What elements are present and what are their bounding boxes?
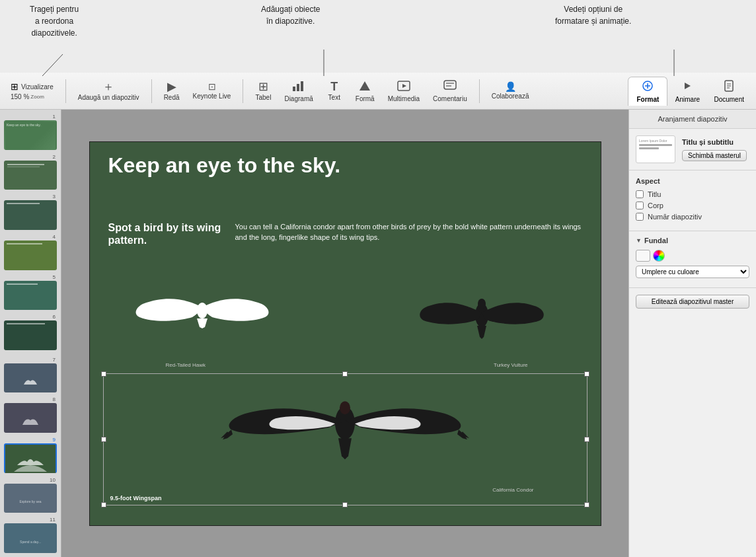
- play-icon: ▶: [167, 81, 176, 93]
- slide-thumb-5[interactable]: 5: [4, 274, 57, 311]
- text-button[interactable]: T Text: [321, 78, 348, 104]
- label-corp: Corp: [648, 202, 663, 209]
- collaborate-button[interactable]: 👤 Colaborează: [486, 79, 535, 102]
- slide-title[interactable]: Keep an eye to the sky.: [108, 154, 582, 177]
- slide-panel[interactable]: 1 Keep an eye to the sky. 2 3 4: [0, 110, 61, 557]
- media-button[interactable]: Multimedia: [383, 77, 425, 105]
- right-panel: Aranjament diapozitiv Lorem Ipsum Dolor …: [628, 110, 756, 557]
- canvas-area: Keep an eye to the sky. Spot a bird by i…: [61, 110, 628, 557]
- handle-bl[interactable]: [101, 502, 106, 507]
- add-slide-label: Adaugă un diapozitiv: [78, 94, 139, 101]
- svg-rect-9: [444, 81, 456, 89]
- chart-label: Diagramă: [284, 95, 313, 102]
- thumb-line-1: [639, 144, 672, 146]
- slide-thumb-8[interactable]: 8: [4, 396, 57, 433]
- handle-tl[interactable]: [101, 371, 106, 377]
- caption-california-condor: California Condor: [492, 487, 533, 493]
- text-label: Text: [328, 94, 340, 101]
- svg-point-21: [335, 406, 355, 439]
- caption-turkey-vulture: Turkey Vulture: [494, 362, 527, 368]
- color-wheel-button[interactable]: [653, 250, 665, 262]
- text-icon: T: [330, 81, 338, 93]
- shape-label: Formă: [356, 95, 375, 102]
- add-slide-button[interactable]: ＋ Adaugă un diapozitiv: [73, 78, 145, 104]
- svg-marker-6: [359, 81, 370, 91]
- tab-format[interactable]: Format: [628, 77, 667, 106]
- checkbox-corp[interactable]: [636, 202, 644, 209]
- media-label: Multimedia: [388, 95, 420, 102]
- slide-thumb-6[interactable]: 6: [4, 314, 57, 350]
- zoom-value[interactable]: 150 %: [11, 93, 29, 100]
- comment-label: Comentariu: [433, 95, 467, 102]
- handle-tr[interactable]: [584, 371, 589, 377]
- svg-point-20: [478, 299, 486, 309]
- media-icon: [397, 80, 410, 94]
- master-info: Titlu și subtitlu Schimbă masterul: [682, 138, 749, 161]
- handle-br[interactable]: [584, 502, 589, 507]
- checkbox-numar[interactable]: [636, 213, 644, 221]
- shape-icon: [358, 80, 371, 94]
- document-icon: [723, 80, 735, 94]
- checkbox-row-titlu: Titlu: [636, 190, 749, 198]
- slide-thumb-7[interactable]: 7: [4, 357, 57, 393]
- sep-1: [65, 79, 66, 103]
- checkbox-titlu[interactable]: [636, 190, 644, 198]
- label-numar: Număr diapozitiv: [648, 213, 702, 221]
- tab-document[interactable]: Document: [707, 77, 751, 106]
- comment-button[interactable]: Comentariu: [428, 77, 472, 105]
- master-thumbnail: Lorem Ipsum Dolor: [636, 135, 675, 163]
- fill-type-select[interactable]: Umplere cu culoare: [636, 266, 749, 278]
- keynote-live-button[interactable]: ⊡ Keynote Live: [188, 79, 237, 102]
- collapse-arrow-icon: ▼: [636, 237, 642, 244]
- play-button[interactable]: ▶ Redă: [159, 78, 185, 104]
- slide-thumb-4[interactable]: 4: [4, 234, 57, 270]
- svg-rect-4: [297, 84, 299, 91]
- table-icon: ⊞: [258, 81, 268, 93]
- slide-subtitle[interactable]: Spot a bird by its wing pattern.: [108, 221, 227, 246]
- handle-ml[interactable]: [101, 437, 106, 442]
- slide-canvas[interactable]: Keep an eye to the sky. Spot a bird by i…: [89, 141, 601, 526]
- view-label[interactable]: Vizualizare: [21, 83, 54, 91]
- view-zoom-group: ⊞ Vizualizare 150 % Zoom: [5, 80, 59, 102]
- view-icon[interactable]: ⊞: [11, 81, 19, 92]
- callout-drag-slides: Trageți pentrua reordonadiapozitivele.: [30, 3, 79, 39]
- bird-illustrations: Red-Tailed Hawk Turkey Vulture: [90, 284, 601, 525]
- zoom-label[interactable]: Zoom: [30, 94, 44, 100]
- handle-tm[interactable]: [342, 371, 348, 377]
- shape-button[interactable]: Formă: [350, 77, 380, 105]
- change-master-button[interactable]: Schimbă masterul: [682, 150, 747, 161]
- sep-3: [243, 79, 243, 103]
- svg-marker-13: [685, 83, 691, 89]
- slide-thumb-11[interactable]: 11 Spend a day...: [4, 517, 57, 553]
- play-label: Redă: [164, 94, 180, 101]
- svg-rect-3: [293, 87, 295, 91]
- svg-marker-8: [402, 84, 406, 88]
- slide-thumb-1[interactable]: 1 Keep an eye to the sky.: [4, 114, 57, 150]
- california-condor-svg: [219, 387, 471, 482]
- chart-button[interactable]: Diagramă: [279, 77, 318, 105]
- handle-mr[interactable]: [584, 437, 589, 442]
- caption-red-tailed-hawk: Red-Tailed Hawk: [166, 362, 206, 368]
- aspect-section: Aspect Titlu Corp Număr diapozitiv: [629, 170, 756, 231]
- sep-4: [479, 79, 480, 103]
- collaborate-label: Colaborează: [492, 93, 529, 100]
- aspect-title: Aspect: [636, 177, 749, 185]
- handle-bm[interactable]: [342, 502, 348, 507]
- svg-point-22: [340, 401, 350, 414]
- slide-body[interactable]: You can tell a California condor apart f…: [235, 221, 582, 243]
- color-swatch-row: [636, 250, 749, 262]
- animate-tab-label: Animare: [675, 96, 700, 103]
- table-button[interactable]: ⊞ Tabel: [250, 78, 276, 104]
- color-swatch[interactable]: [636, 250, 650, 262]
- edit-master-button[interactable]: Editează diapozitivul master: [636, 295, 749, 309]
- slide-thumb-10[interactable]: 10 Explore by sea: [4, 477, 57, 513]
- tab-animate[interactable]: Animare: [667, 77, 707, 106]
- slide-thumb-2[interactable]: 2: [4, 154, 57, 190]
- slide-thumb-3[interactable]: 3: [4, 194, 57, 230]
- svg-point-18: [197, 303, 208, 318]
- keynote-live-label: Keynote Live: [193, 93, 231, 100]
- slide-thumb-9[interactable]: 9: [4, 437, 57, 473]
- fundal-collapse-header[interactable]: ▼ Fundal: [636, 237, 749, 244]
- animate-icon: [681, 80, 693, 94]
- sep-2: [151, 79, 152, 103]
